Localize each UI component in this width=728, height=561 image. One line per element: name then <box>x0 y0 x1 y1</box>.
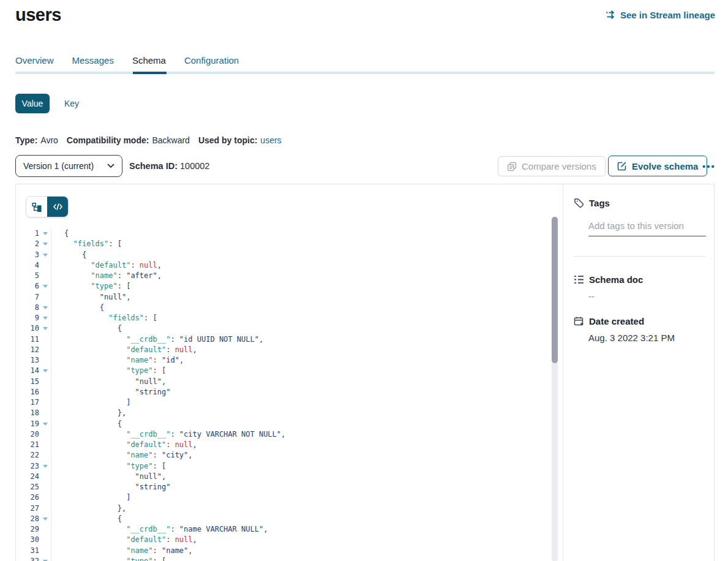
gutter: 32 <box>16 556 51 561</box>
code-text: "default": null, <box>51 440 197 450</box>
schema-id-value: 100002 <box>180 161 209 171</box>
fold-toggle-icon[interactable] <box>39 228 51 239</box>
code-line: 9 "fields": [ <box>16 313 551 323</box>
code-text: "__crdb__": "city VARCHAR NOT NULL", <box>51 429 285 440</box>
date-created-title: Date created <box>589 316 644 326</box>
code-line: 6 "type": [ <box>16 281 551 292</box>
code-line: 25 "string" <box>16 482 551 492</box>
date-created-value: Aug. 3 2022 3:21 PM <box>588 333 675 343</box>
fold-toggle-icon[interactable] <box>39 461 51 472</box>
more-options-button[interactable]: ••• <box>698 156 720 176</box>
fold-toggle-icon[interactable] <box>39 514 51 524</box>
tab-configuration[interactable]: Configuration <box>184 55 239 69</box>
fold-spacer <box>39 482 51 492</box>
code-line: 31 "name": "name", <box>16 546 551 556</box>
line-number: 19 <box>16 419 39 429</box>
fold-toggle-icon[interactable] <box>39 556 51 561</box>
code-text: "fields": [ <box>51 239 122 249</box>
line-number: 27 <box>16 503 39 514</box>
gutter: 27 <box>16 503 51 514</box>
gutter: 23 <box>16 461 51 472</box>
tab-messages[interactable]: Messages <box>72 55 114 69</box>
fold-toggle-icon[interactable] <box>39 250 51 260</box>
version-select[interactable]: Version 1 (current) <box>15 155 122 177</box>
code-line: 28 { <box>16 514 551 524</box>
line-number: 32 <box>16 556 39 561</box>
line-number: 11 <box>16 334 39 345</box>
line-number: 8 <box>16 303 39 313</box>
meta-item: Compatibility mode:Backward <box>67 135 190 145</box>
fold-toggle-icon[interactable] <box>39 281 51 292</box>
key-toggle-link[interactable]: Key <box>64 99 79 108</box>
page-title: users <box>15 5 61 25</box>
tab-schema[interactable]: Schema <box>132 55 166 69</box>
value-toggle-button[interactable]: Value <box>15 94 50 113</box>
tree-view-button[interactable] <box>26 197 47 217</box>
code-text: { <box>51 419 122 429</box>
edit-icon <box>617 161 627 171</box>
line-number: 30 <box>16 535 39 545</box>
stream-lineage-label: See in Stream lineage <box>620 10 715 20</box>
code-text: "type": [ <box>51 556 166 561</box>
fold-spacer <box>39 535 51 545</box>
fold-toggle-icon[interactable] <box>39 239 51 249</box>
code-editor[interactable]: 1{2 "fields": [3 {4 "default": null,5 "n… <box>16 228 551 561</box>
stream-lineage-icon <box>605 9 616 20</box>
fold-spacer <box>39 450 51 461</box>
fold-spacer <box>39 355 51 366</box>
gutter: 7 <box>16 292 51 303</box>
topic-link[interactable]: users <box>260 135 281 145</box>
gutter: 6 <box>16 281 51 292</box>
fold-toggle-icon[interactable] <box>39 323 51 334</box>
gutter: 26 <box>16 492 51 503</box>
gutter: 2 <box>16 239 51 249</box>
code-line: 8 { <box>16 303 551 313</box>
stream-lineage-link[interactable]: See in Stream lineage <box>605 9 715 20</box>
editor-scrollbar-thumb[interactable] <box>552 217 558 363</box>
code-text: "null", <box>51 472 166 482</box>
code-view-button[interactable] <box>47 197 68 217</box>
version-select-value: Version 1 (current) <box>23 161 94 171</box>
meta-label: Used by topic: <box>198 135 257 145</box>
gutter: 17 <box>16 397 51 408</box>
line-number: 15 <box>16 377 39 387</box>
code-text: "string" <box>51 482 170 492</box>
line-number: 3 <box>16 250 39 260</box>
gutter: 15 <box>16 377 51 387</box>
code-text: "string" <box>51 387 170 397</box>
fold-spacer <box>39 408 51 418</box>
schema-doc-title: Schema doc <box>589 274 643 285</box>
calendar-plus-icon <box>574 316 584 326</box>
code-text: { <box>51 228 69 239</box>
gutter: 25 <box>16 482 51 492</box>
meta-value: Backward <box>152 135 189 145</box>
compare-versions-button[interactable]: Compare versions <box>498 156 606 176</box>
schema-doc-value: -- <box>588 291 595 301</box>
tab-overview[interactable]: Overview <box>15 55 54 69</box>
line-number: 23 <box>16 461 39 472</box>
code-text: "default": null, <box>51 345 197 355</box>
fold-spacer <box>39 292 51 303</box>
line-number: 21 <box>16 440 39 450</box>
fold-toggle-icon[interactable] <box>39 303 51 313</box>
evolve-schema-button[interactable]: Evolve schema <box>608 156 707 176</box>
schema-sidebar: Tags Schema doc -- Date created <box>563 184 714 561</box>
gutter: 13 <box>16 355 51 366</box>
gutter: 20 <box>16 429 51 440</box>
code-view-icon <box>53 203 62 211</box>
add-tags-input[interactable] <box>588 218 706 236</box>
code-text: "name": "after", <box>51 271 162 281</box>
gutter: 21 <box>16 440 51 450</box>
line-number: 18 <box>16 408 39 418</box>
tab-underline-track <box>15 72 715 74</box>
code-text: "name": "name", <box>51 546 193 556</box>
fold-toggle-icon[interactable] <box>39 366 51 376</box>
line-number: 6 <box>16 281 39 292</box>
fold-toggle-icon[interactable] <box>39 313 51 323</box>
fold-toggle-icon[interactable] <box>39 419 51 429</box>
editor-scrollbar[interactable] <box>552 217 558 561</box>
line-number: 24 <box>16 472 39 482</box>
tab-bar: OverviewMessagesSchemaConfiguration <box>15 55 239 69</box>
gutter: 22 <box>16 450 51 461</box>
fold-spacer <box>39 397 51 408</box>
